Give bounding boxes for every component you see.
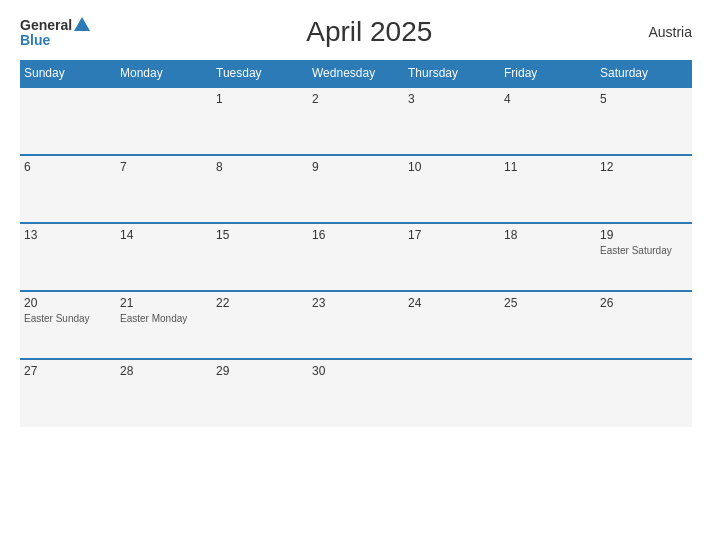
table-row: 26 <box>596 291 692 359</box>
calendar-week-row: 27282930 <box>20 359 692 427</box>
day-number: 20 <box>24 296 112 310</box>
weekday-header-row: Sunday Monday Tuesday Wednesday Thursday… <box>20 60 692 87</box>
table-row: 5 <box>596 87 692 155</box>
holiday-label: Easter Saturday <box>600 244 688 257</box>
table-row: 21Easter Monday <box>116 291 212 359</box>
table-row <box>596 359 692 427</box>
day-number: 21 <box>120 296 208 310</box>
table-row: 22 <box>212 291 308 359</box>
header: General Blue April 2025 Austria <box>20 16 692 48</box>
table-row <box>500 359 596 427</box>
day-number: 15 <box>216 228 304 242</box>
day-number: 4 <box>504 92 592 106</box>
day-number: 24 <box>408 296 496 310</box>
table-row <box>404 359 500 427</box>
header-wednesday: Wednesday <box>308 60 404 87</box>
day-number: 22 <box>216 296 304 310</box>
day-number: 13 <box>24 228 112 242</box>
table-row: 30 <box>308 359 404 427</box>
table-row: 14 <box>116 223 212 291</box>
table-row <box>20 87 116 155</box>
header-tuesday: Tuesday <box>212 60 308 87</box>
header-friday: Friday <box>500 60 596 87</box>
table-row: 8 <box>212 155 308 223</box>
table-row: 17 <box>404 223 500 291</box>
day-number: 26 <box>600 296 688 310</box>
day-number: 30 <box>312 364 400 378</box>
day-number: 25 <box>504 296 592 310</box>
day-number: 7 <box>120 160 208 174</box>
day-number: 1 <box>216 92 304 106</box>
holiday-label: Easter Monday <box>120 312 208 325</box>
table-row: 4 <box>500 87 596 155</box>
table-row: 28 <box>116 359 212 427</box>
calendar-header: Sunday Monday Tuesday Wednesday Thursday… <box>20 60 692 87</box>
calendar-week-row: 6789101112 <box>20 155 692 223</box>
day-number: 3 <box>408 92 496 106</box>
calendar-page: General Blue April 2025 Austria Sunday M… <box>0 0 712 550</box>
day-number: 19 <box>600 228 688 242</box>
country-label: Austria <box>648 24 692 40</box>
day-number: 2 <box>312 92 400 106</box>
logo-triangle-icon <box>74 17 90 31</box>
table-row: 19Easter Saturday <box>596 223 692 291</box>
header-thursday: Thursday <box>404 60 500 87</box>
day-number: 5 <box>600 92 688 106</box>
table-row: 7 <box>116 155 212 223</box>
calendar-title: April 2025 <box>306 16 432 47</box>
table-row: 12 <box>596 155 692 223</box>
day-number: 29 <box>216 364 304 378</box>
table-row <box>116 87 212 155</box>
calendar-week-row: 12345 <box>20 87 692 155</box>
day-number: 16 <box>312 228 400 242</box>
table-row: 20Easter Sunday <box>20 291 116 359</box>
day-number: 6 <box>24 160 112 174</box>
table-row: 15 <box>212 223 308 291</box>
calendar-body: 12345678910111213141516171819Easter Satu… <box>20 87 692 427</box>
table-row: 6 <box>20 155 116 223</box>
table-row: 10 <box>404 155 500 223</box>
logo: General Blue <box>20 17 90 47</box>
table-row: 11 <box>500 155 596 223</box>
header-monday: Monday <box>116 60 212 87</box>
logo-blue-text: Blue <box>20 33 90 47</box>
holiday-label: Easter Sunday <box>24 312 112 325</box>
header-saturday: Saturday <box>596 60 692 87</box>
table-row: 9 <box>308 155 404 223</box>
title-area: April 2025 <box>90 16 648 48</box>
table-row: 13 <box>20 223 116 291</box>
header-sunday: Sunday <box>20 60 116 87</box>
table-row: 18 <box>500 223 596 291</box>
table-row: 27 <box>20 359 116 427</box>
table-row: 1 <box>212 87 308 155</box>
calendar-table: Sunday Monday Tuesday Wednesday Thursday… <box>20 60 692 427</box>
table-row: 24 <box>404 291 500 359</box>
table-row: 2 <box>308 87 404 155</box>
day-number: 18 <box>504 228 592 242</box>
day-number: 8 <box>216 160 304 174</box>
table-row: 3 <box>404 87 500 155</box>
table-row: 25 <box>500 291 596 359</box>
logo-general-text: General <box>20 18 72 32</box>
day-number: 9 <box>312 160 400 174</box>
table-row: 16 <box>308 223 404 291</box>
day-number: 28 <box>120 364 208 378</box>
day-number: 17 <box>408 228 496 242</box>
table-row: 29 <box>212 359 308 427</box>
calendar-week-row: 20Easter Sunday21Easter Monday2223242526 <box>20 291 692 359</box>
day-number: 23 <box>312 296 400 310</box>
day-number: 12 <box>600 160 688 174</box>
day-number: 11 <box>504 160 592 174</box>
table-row: 23 <box>308 291 404 359</box>
day-number: 27 <box>24 364 112 378</box>
day-number: 10 <box>408 160 496 174</box>
calendar-week-row: 13141516171819Easter Saturday <box>20 223 692 291</box>
day-number: 14 <box>120 228 208 242</box>
